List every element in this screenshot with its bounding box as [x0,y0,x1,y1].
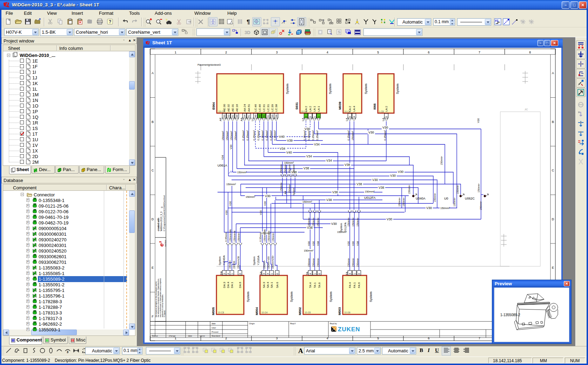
svg-text:10.C8: 10.C8 [218,311,224,314]
svg-text:E: E [552,266,554,269]
svg-text:System: System [396,84,399,94]
svg-text:32: 32 [227,115,230,117]
svg-text:0.35mm²: 0.35mm² [261,130,264,141]
svg-text:LA:1: LA:1 [313,106,316,112]
svg-text:SA: SA [259,271,262,275]
svg-text:150mm²AA: 150mm²AA [229,229,232,242]
svg-text:31: 31 [267,115,269,117]
svg-text:0: 0 [161,207,163,208]
svg-text:150mm²: 150mm² [365,190,375,193]
svg-text:AA:24: AA:24 [243,104,246,112]
svg-text:1: 1 [314,273,316,274]
svg-text:3: 3 [263,273,265,274]
svg-text:39: 39 [271,115,274,117]
svg-text:1: 1 [270,273,273,274]
svg-text:V40: V40 [286,151,292,154]
svg-text:0.35mm²: 0.35mm² [257,130,260,141]
svg-text:System: System [364,84,368,94]
svg-text:7: 7 [479,51,480,54]
svg-text:System: System [246,292,250,302]
svg-text:V30: V30 [477,118,480,123]
svg-text:4: 4 [353,116,355,117]
svg-text:B: B [552,120,554,124]
svg-text:System: System [253,256,256,265]
svg-text:M003: M003 [338,307,341,315]
svg-text:1.C8: 1.C8 [379,110,384,113]
svg-text:SA:4: SA:4 [266,282,269,288]
svg-text:150mm²: 150mm² [234,131,237,141]
svg-text:LA:4: LA:4 [353,106,356,112]
svg-text:I066: I066 [373,103,376,110]
svg-text:46: 46 [259,115,261,117]
svg-text:150mm²: 150mm² [293,164,295,173]
svg-text:U012FA: U012FA [364,196,376,200]
svg-text:LC:38: LC:38 [275,104,278,112]
svg-text:6: 6 [318,273,321,274]
svg-text:LC:31: LC:31 [262,104,266,112]
svg-text:4: 4 [349,273,351,274]
svg-text:V30: V30 [307,241,310,246]
svg-text:?: ? [109,19,111,24]
svg-text:System: System [286,84,289,94]
svg-text:0.35mm²: 0.35mm² [253,130,256,141]
svg-text:System: System [340,223,343,232]
svg-text:V30: V30 [347,241,350,246]
svg-text:4: 4 [327,51,328,54]
svg-text:Y012FA: Y012FA [344,222,347,232]
svg-text:150mm²: 150mm² [280,164,282,173]
svg-text:150mm²AA: 150mm²AA [263,229,266,242]
svg-text:150mm²: 150mm² [288,184,291,193]
svg-text:150mm²: 150mm² [229,260,231,269]
svg-text:V30: V30 [368,131,374,134]
svg-text:0.35mm²: 0.35mm² [312,130,315,141]
svg-text:31: 31 [232,115,234,117]
svg-text:U061A: U061A [218,164,227,167]
svg-text:51: 51 [248,115,250,117]
svg-text:Status: Status [152,335,158,337]
svg-text:150mm²: 150mm² [237,171,247,174]
svg-text:V30: V30 [382,126,388,129]
svg-text:150mm²: 150mm² [456,185,459,194]
svg-text:2: 2 [385,116,388,117]
svg-text:8: 8 [529,51,531,54]
svg-text:4: 4 [267,273,269,274]
svg-text:V30: V30 [265,194,270,198]
svg-text:change: change [169,335,176,337]
svg-text:150mm²: 150mm² [226,183,236,186]
svg-text:System: System [293,188,295,195]
svg-text:150mm²: 150mm² [453,197,456,207]
svg-text:150mm²: 150mm² [221,131,225,141]
svg-text:31: 31 [263,115,265,117]
svg-text:1: 1 [231,273,233,274]
svg-text:TA:1: TA:1 [313,282,316,288]
svg-text:TA:4: TA:4 [309,282,312,288]
svg-text:150mm²: 150mm² [312,217,315,227]
svg-text:WiDGen-2010_3_3: WiDGen-2010_3_3 [160,211,163,231]
svg-text:System: System [328,84,332,94]
svg-text:V38: V38 [316,241,320,246]
svg-text:3: 3 [223,273,226,274]
svg-text:4: 4 [309,273,312,274]
svg-text:150mm²: 150mm² [347,217,350,227]
svg-text:150mm²: 150mm² [284,164,287,173]
svg-text:AE: AE [219,117,222,121]
svg-text:SA:1: SA:1 [270,282,273,288]
svg-text:1-1355089-2: 1-1355089-2 [500,313,520,317]
svg-text:0.35mm²: 0.35mm² [259,232,262,242]
svg-text:2: 2 [305,116,307,117]
svg-text:V38: V38 [356,182,362,186]
svg-text:150mm²: 150mm² [317,217,319,227]
svg-text:6: 6 [428,337,430,340]
svg-text:46: 46 [254,115,257,117]
svg-text:150mm²m: 150mm²m [233,230,236,242]
svg-text:46: 46 [236,115,238,117]
svg-text:M004: M004 [255,307,259,315]
svg-text:0.35mm²: 0.35mm² [225,232,227,242]
svg-text:150mm²: 150mm² [434,193,436,202]
svg-text:U0: U0 [444,197,448,200]
svg-text:created with: created with [157,218,160,231]
svg-text:V30: V30 [387,217,392,221]
svg-text:150mm²: 150mm² [347,258,350,267]
svg-text:150mm²: 150mm² [230,131,233,141]
svg-text:1: 1 [318,116,320,117]
